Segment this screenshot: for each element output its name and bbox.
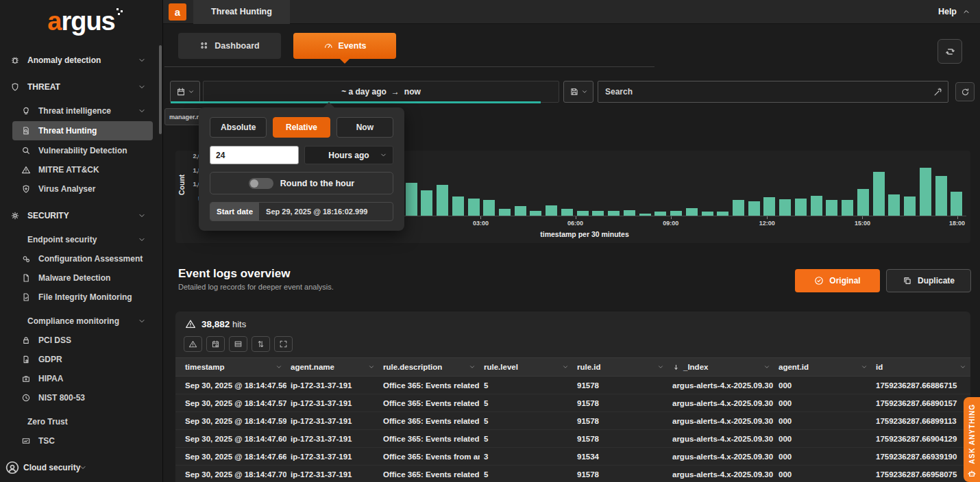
sidebar-item-gdpr[interactable]: GDPR [0, 351, 162, 368]
table-row[interactable]: Sep 30, 2025 @ 18:14:47.577ip-172-31-37-… [175, 394, 970, 412]
column-header-id[interactable]: id [872, 358, 970, 376]
help-menu[interactable]: Help [938, 7, 980, 16]
histogram-bar[interactable] [654, 212, 666, 216]
sidebar-item-anomaly-detection[interactable]: Anomaly detection [0, 51, 162, 69]
page-tab-threat-hunting[interactable]: Threat Hunting [193, 0, 290, 24]
histogram-bar[interactable] [702, 212, 713, 216]
histogram-bar[interactable] [670, 211, 682, 216]
histogram-bar[interactable] [421, 190, 432, 216]
round-to-hour-toggle[interactable] [249, 178, 273, 189]
table-row[interactable]: Sep 30, 2025 @ 18:14:47.598ip-172-31-37-… [175, 412, 970, 430]
relative-unit-select[interactable]: Hours ago [304, 146, 393, 164]
histogram-bar[interactable] [515, 206, 526, 216]
table-row[interactable]: Sep 30, 2025 @ 18:14:47.709ip-172-31-37-… [175, 466, 970, 482]
date-format-button[interactable] [206, 336, 225, 352]
chevron-up-icon [962, 8, 970, 16]
histogram-bar[interactable] [857, 189, 869, 216]
histogram-bar[interactable] [592, 211, 604, 216]
sidebar-item-threat-intelligence[interactable]: Threat intelligence [0, 102, 162, 120]
query-wand-icon[interactable] [927, 87, 948, 97]
histogram-bar[interactable] [530, 211, 541, 216]
histogram-bar[interactable] [546, 205, 557, 216]
histogram-bar[interactable] [888, 194, 900, 216]
sidebar-item-threat[interactable]: THREAT [0, 78, 162, 96]
search-input[interactable] [598, 87, 927, 97]
sidebar-item-hipaa[interactable]: HIPAA [0, 370, 162, 388]
sidebar-item-cloud-security[interactable]: Cloud security [0, 459, 162, 477]
sidebar-item-file-integrity-monitoring[interactable]: File Integrity Monitoring [0, 288, 162, 306]
sidebar-item-tsc[interactable]: TSC [0, 432, 162, 450]
table-row[interactable]: Sep 30, 2025 @ 18:14:47.665ip-172-31-37-… [175, 448, 970, 466]
duplicate-button[interactable]: Duplicate [886, 269, 971, 292]
column-header-agent-id[interactable]: agent.id [774, 358, 872, 376]
sidebar-item-malware-detection[interactable]: Malware Detection [0, 269, 162, 287]
table-row[interactable]: Sep 30, 2025 @ 18:14:47.567ip-172-31-37-… [175, 377, 970, 394]
histogram-bar[interactable] [748, 201, 760, 216]
histogram-bar[interactable] [717, 212, 728, 216]
sidebar-item-pci-dss[interactable]: PCI DSS [0, 331, 162, 349]
sidebar-item-endpoint-security[interactable]: Endpoint security [0, 231, 162, 249]
histogram-bar[interactable] [811, 196, 822, 216]
column-header-rule-id[interactable]: rule.id [573, 358, 668, 376]
date-mode-relative[interactable]: Relative [273, 117, 330, 138]
histogram-bar[interactable] [452, 196, 464, 216]
column-header-agent-name[interactable]: agent.name [286, 358, 379, 376]
histogram-bar[interactable] [406, 183, 417, 216]
ask-anything-button[interactable]: ASK ANYTHING [964, 397, 980, 482]
histogram-bar[interactable] [842, 200, 853, 216]
refresh-button[interactable] [955, 82, 975, 101]
sidebar-item-security[interactable]: SECURITY [0, 207, 162, 225]
histogram-bar[interactable] [639, 214, 651, 216]
sidebar-item-mitre-att-ck[interactable]: MITRE ATT&CK [0, 161, 162, 179]
hits-panel: 38,882 hits timestampagent.namerule.desc… [175, 312, 970, 482]
histogram-bar[interactable] [624, 210, 635, 216]
original-button[interactable]: Original [795, 269, 880, 292]
tab-dashboard[interactable]: Dashboard [178, 33, 281, 59]
tab-events[interactable]: Events [293, 33, 396, 59]
column-header-timestamp[interactable]: timestamp [181, 358, 286, 376]
column-header-rule-level[interactable]: rule.level [480, 358, 573, 376]
date-picker-quick-button[interactable] [170, 81, 200, 103]
histogram-bar[interactable] [779, 199, 791, 216]
date-mode-absolute[interactable]: Absolute [210, 117, 267, 138]
alerts-filter-button[interactable] [184, 336, 202, 352]
filter-chip-manager[interactable]: manager.r [164, 108, 203, 125]
saved-query-button[interactable] [563, 81, 593, 103]
sort-button[interactable] [252, 336, 270, 352]
date-range-field[interactable]: ~ a day ago → now [203, 81, 559, 103]
histogram-bar[interactable] [795, 199, 807, 216]
columns-button[interactable] [229, 336, 247, 352]
histogram-bar[interactable] [483, 200, 495, 216]
relative-unit-value: Hours ago [328, 151, 369, 160]
histogram-bar[interactable] [951, 192, 962, 216]
histogram-bar[interactable] [920, 168, 931, 216]
column-header-rule-description[interactable]: rule.description [379, 358, 480, 376]
histogram-bar[interactable] [561, 209, 573, 216]
histogram-bar[interactable] [904, 196, 916, 216]
histogram-bar[interactable] [826, 200, 837, 216]
sidebar-item-zero-trust[interactable]: Zero Trust [0, 413, 162, 431]
histogram-bar[interactable] [437, 185, 448, 216]
sidebar-item-vulnerability-detection[interactable]: Vulnerability Detection [0, 142, 162, 160]
table-row[interactable]: Sep 30, 2025 @ 18:14:47.608ip-172-31-37-… [175, 430, 970, 448]
histogram-bar[interactable] [763, 197, 775, 216]
cycle-view-button[interactable] [938, 39, 962, 64]
sidebar-item-compliance-monitoring[interactable]: Compliance monitoring [0, 312, 162, 330]
relative-amount-input[interactable] [210, 146, 299, 164]
app-logo-badge[interactable]: a [169, 3, 186, 21]
histogram-bar[interactable] [935, 176, 947, 216]
histogram-bar[interactable] [468, 199, 480, 216]
fullscreen-button[interactable] [274, 336, 293, 352]
histogram-bar[interactable] [499, 209, 511, 216]
histogram-bar[interactable] [608, 211, 620, 216]
histogram-bar[interactable] [577, 211, 589, 216]
sidebar-item-configuration-assessment[interactable]: Configuration Assessment [0, 250, 162, 268]
sidebar-item-threat-hunting[interactable]: Threat Hunting [12, 121, 153, 140]
histogram-bar[interactable] [686, 208, 698, 216]
sidebar-item-virus-analyser[interactable]: Virus Analyser [0, 180, 162, 198]
column-header--index[interactable]: _Index [668, 358, 774, 376]
histogram-bar[interactable] [873, 172, 885, 216]
date-mode-now[interactable]: Now [336, 117, 393, 138]
sidebar-item-nist-800-53[interactable]: NIST 800-53 [0, 389, 162, 407]
histogram-bar[interactable] [733, 200, 744, 216]
